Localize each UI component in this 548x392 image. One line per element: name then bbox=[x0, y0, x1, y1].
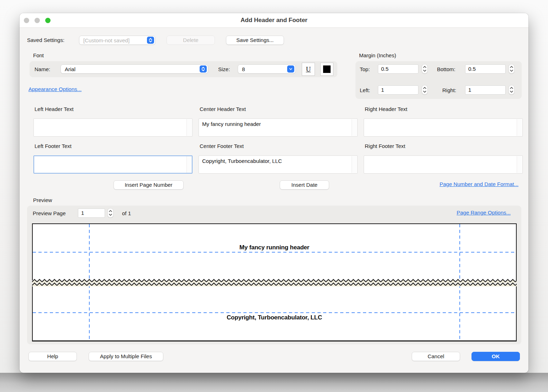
margin-bottom-label: Bottom: bbox=[437, 65, 455, 74]
up-down-chevrons-icon bbox=[109, 209, 112, 217]
up-down-chevrons-icon bbox=[423, 65, 427, 73]
font-color-swatch[interactable] bbox=[320, 63, 333, 76]
scrollbar-track bbox=[186, 119, 192, 136]
insert-page-number-button[interactable]: Insert Page Number bbox=[114, 180, 184, 190]
save-settings-button[interactable]: Save Settings... bbox=[226, 36, 284, 45]
saved-settings-dropdown[interactable]: [Custom-not saved] bbox=[79, 36, 156, 45]
saved-settings-label: Saved Settings: bbox=[27, 36, 64, 44]
preview-page-field[interactable]: 1 bbox=[78, 208, 105, 218]
margin-left-label: Left: bbox=[360, 86, 376, 95]
center-header-textarea[interactable]: My fancy running header bbox=[199, 118, 358, 137]
scrollbar-track bbox=[517, 119, 522, 136]
close-window-icon[interactable] bbox=[24, 18, 29, 23]
dialog-title: Add Header and Footer bbox=[241, 17, 307, 24]
scrollbar-track bbox=[186, 156, 192, 173]
right-footer-textarea[interactable] bbox=[364, 155, 523, 174]
underline-button[interactable]: U bbox=[302, 63, 315, 76]
margin-bottom-stepper[interactable] bbox=[509, 64, 515, 74]
add-header-footer-dialog: Add Header and Footer Saved Settings: [C… bbox=[20, 13, 528, 373]
torn-edge-icon bbox=[32, 282, 517, 286]
scrollbar-track bbox=[517, 156, 522, 173]
preview-groupbox: Preview Page 1 of 1 Page Range Options..… bbox=[27, 206, 521, 344]
left-header-label: Left Header Text bbox=[35, 106, 74, 112]
font-groupbox: Name: Arial Size: 8 U bbox=[30, 61, 337, 77]
preview-section-label: Preview bbox=[33, 197, 52, 203]
page-range-options-link[interactable]: Page Range Options... bbox=[457, 210, 511, 216]
color-swatch-black bbox=[323, 65, 331, 73]
preview-page-top: My fancy running header bbox=[32, 223, 517, 280]
left-footer-textarea[interactable] bbox=[33, 155, 193, 174]
font-name-dropdown[interactable]: Arial bbox=[60, 64, 208, 74]
margin-top-label: Top: bbox=[360, 65, 376, 74]
appearance-options-link[interactable]: Appearance Options... bbox=[28, 86, 81, 92]
cancel-button[interactable]: Cancel bbox=[412, 352, 460, 361]
margin-right-stepper[interactable] bbox=[509, 85, 515, 95]
ok-button[interactable]: OK bbox=[471, 352, 520, 361]
center-footer-label: Center Footer Text bbox=[200, 143, 244, 149]
left-header-textarea[interactable] bbox=[33, 118, 193, 137]
insert-date-button[interactable]: Insert Date bbox=[280, 180, 329, 190]
help-button[interactable]: Help bbox=[28, 352, 77, 361]
font-size-value: 8 bbox=[238, 66, 287, 72]
preview-of-label: of 1 bbox=[122, 209, 131, 218]
zoom-window-icon[interactable] bbox=[45, 18, 51, 23]
right-footer-label: Right Footer Text bbox=[365, 143, 405, 149]
delete-button[interactable]: Delete bbox=[167, 36, 215, 45]
right-header-label: Right Header Text bbox=[365, 106, 407, 112]
chevron-up-down-icon bbox=[200, 65, 207, 73]
right-header-textarea[interactable] bbox=[364, 118, 523, 137]
center-header-label: Center Header Text bbox=[200, 106, 246, 112]
preview-page-bottom: Copyright, Turboencabulator, LLC bbox=[32, 285, 517, 341]
preview-page-stepper[interactable] bbox=[107, 208, 114, 218]
up-down-chevrons-icon bbox=[423, 86, 427, 94]
up-down-chevrons-icon bbox=[510, 86, 513, 94]
desktop-background bbox=[0, 373, 548, 392]
header-margin-guide bbox=[33, 252, 516, 253]
margin-right-label: Right: bbox=[442, 86, 456, 95]
margin-bottom-field[interactable]: 0.5 bbox=[465, 64, 506, 74]
chevron-up-down-icon bbox=[147, 37, 154, 44]
underline-glyph: U bbox=[306, 65, 311, 73]
margin-left-field[interactable]: 1 bbox=[378, 85, 418, 95]
footer-margin-guide bbox=[33, 312, 516, 313]
preview-page-label: Preview Page bbox=[33, 209, 66, 218]
font-size-label: Size: bbox=[218, 65, 230, 74]
margin-top-stepper[interactable] bbox=[422, 64, 428, 74]
chevron-down-icon bbox=[287, 65, 294, 73]
margin-left-stepper[interactable] bbox=[422, 85, 428, 95]
center-footer-textarea[interactable]: Copyright, Turboencabulator, LLC bbox=[199, 155, 358, 174]
minimize-window-icon[interactable] bbox=[35, 18, 40, 23]
apply-to-multiple-files-button[interactable]: Apply to Multiple Files bbox=[89, 352, 163, 361]
preview-footer-text: Copyright, Turboencabulator, LLC bbox=[33, 314, 516, 321]
margin-section-label: Margin (Inches) bbox=[359, 52, 396, 58]
margin-right-field[interactable]: 1 bbox=[465, 85, 506, 95]
margin-top-field[interactable]: 0.5 bbox=[378, 64, 418, 74]
font-size-dropdown[interactable]: 8 bbox=[238, 64, 296, 74]
saved-settings-value: [Custom-not saved] bbox=[79, 37, 147, 43]
font-name-value: Arial bbox=[61, 66, 200, 72]
font-name-label: Name: bbox=[35, 65, 50, 74]
titlebar: Add Header and Footer bbox=[20, 13, 528, 28]
margin-groupbox: Top: 0.5 Bottom: 0.5 Left: 1 Right: 1 bbox=[355, 61, 522, 99]
preview-header-text: My fancy running header bbox=[33, 244, 516, 251]
font-section-label: Font bbox=[33, 52, 44, 58]
up-down-chevrons-icon bbox=[510, 65, 513, 73]
left-footer-label: Left Footer Text bbox=[35, 143, 72, 149]
scrollbar-track bbox=[352, 119, 357, 136]
scrollbar-track bbox=[352, 156, 357, 173]
page-number-date-format-link[interactable]: Page Number and Date Format... bbox=[439, 181, 518, 187]
